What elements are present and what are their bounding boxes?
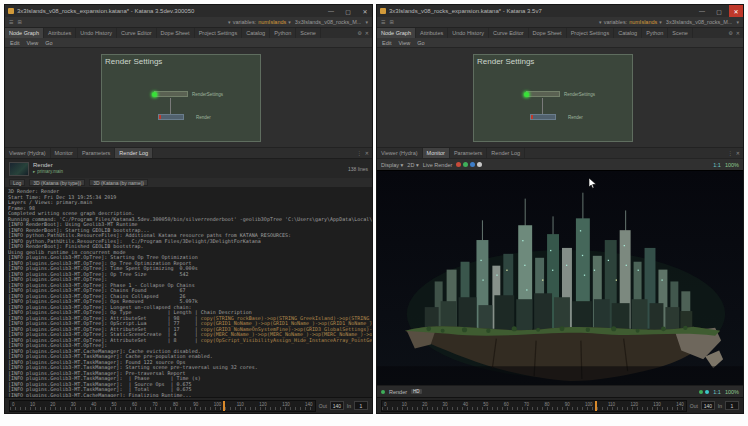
current-frame-marker[interactable]: [595, 401, 597, 411]
render-status-name: Render: [389, 389, 407, 395]
pane-menu-2[interactable]: Go: [45, 40, 52, 46]
pane-menu-0[interactable]: Edit: [382, 40, 391, 46]
project-name[interactable]: 3x3Islands_v08_rocks_M...: [295, 19, 362, 25]
bottom-tab-0[interactable]: Viewer (Hydra): [5, 148, 51, 158]
close-icon[interactable]: ✕: [736, 30, 740, 36]
in-frame-field[interactable]: 1: [725, 401, 739, 410]
render-settings-backdrop[interactable]: Render Settings RenderSettings Render: [101, 54, 261, 142]
menu-icon[interactable]: ☰: [9, 19, 13, 25]
channel-dot-icon-0[interactable]: [456, 162, 461, 167]
tab-8[interactable]: Scene: [296, 28, 321, 38]
gear-icon[interactable]: ⚙: [357, 30, 361, 36]
chevron-down-icon: ▾: [228, 19, 231, 25]
maximize-button[interactable]: ▢: [341, 5, 355, 17]
in-frame-field[interactable]: 1: [354, 401, 368, 410]
rendersettings-node[interactable]: RenderSettings: [526, 91, 560, 97]
bottom-tab-3[interactable]: Render Log: [115, 148, 153, 158]
tab-2[interactable]: Undo History: [76, 28, 117, 38]
status-zoom[interactable]: 1:1: [713, 389, 721, 395]
status-dot-icon-1[interactable]: [705, 390, 709, 394]
tab-7[interactable]: Python: [270, 28, 296, 38]
rendersettings-node[interactable]: RenderSettings: [154, 91, 188, 97]
gear-icon[interactable]: ⚙: [728, 30, 732, 36]
tab-7[interactable]: Python: [642, 28, 668, 38]
minimize-button[interactable]: —: [324, 5, 338, 17]
dots-icon[interactable]: ⋮: [357, 150, 362, 156]
status-dot-icon-0[interactable]: [699, 390, 703, 394]
tab-1[interactable]: Attributes: [416, 28, 448, 38]
log-filter-2[interactable]: 3D (Katana (by name)): [89, 179, 148, 186]
render-settings-backdrop[interactable]: Render Settings RenderSettings Render: [473, 54, 633, 142]
tab-0[interactable]: Node Graph: [377, 28, 416, 38]
close-icon[interactable]: ✕: [736, 150, 740, 156]
live-render-button[interactable]: Live Render: [423, 162, 453, 168]
timeline-track[interactable]: 0102030405060708090100110120130140: [9, 400, 316, 412]
tab-4[interactable]: Dope Sheet: [157, 28, 195, 38]
tab-8[interactable]: Scene: [668, 28, 693, 38]
variables-value[interactable]: numIslands: [629, 19, 657, 25]
render-node[interactable]: Render: [158, 114, 184, 120]
zoom-level[interactable]: 1:1: [713, 162, 721, 168]
channel-dot-icon-3[interactable]: [477, 162, 482, 167]
render-log-text[interactable]: 3D Render: RenderStart Time: Fri Dec 13 …: [5, 187, 372, 397]
tab-4[interactable]: Dope Sheet: [529, 28, 567, 38]
dots-icon[interactable]: ⋮: [728, 150, 733, 156]
tab-0[interactable]: Node Graph: [5, 28, 44, 38]
render-node[interactable]: Render: [530, 114, 556, 120]
tick-label-9: 90: [565, 401, 570, 408]
node-graph-right[interactable]: Render Settings RenderSettings Render: [377, 47, 743, 147]
tab-1[interactable]: Attributes: [44, 28, 76, 38]
active-render-dot-icon: [524, 92, 529, 97]
channel-dot-icon-1[interactable]: [463, 162, 468, 167]
close-icon[interactable]: ✕: [365, 150, 369, 156]
timeline-track[interactable]: 0102030405060708090100110120130140: [381, 400, 687, 412]
bottom-tab-3[interactable]: Render Log: [487, 148, 525, 158]
project-name[interactable]: 3x3Islands_v08_rocks_M...: [666, 19, 733, 25]
bottom-tab-2[interactable]: Parameters: [78, 148, 115, 158]
tab-3[interactable]: Curve Editor: [117, 28, 157, 38]
variables-value[interactable]: numIslands: [258, 19, 286, 25]
tab-6[interactable]: Catalog: [614, 28, 642, 38]
graph-state-variables[interactable]: ▾ variables: numIslands ▾: [228, 19, 291, 25]
bottom-tab-1[interactable]: Monitor: [423, 148, 450, 158]
pane-menu-2[interactable]: Go: [417, 40, 424, 46]
pane-menu-0[interactable]: Edit: [10, 40, 19, 46]
tab-icons: ⚙ ✕: [725, 28, 743, 38]
log-filter-0[interactable]: Log: [9, 179, 25, 186]
zoom-percent[interactable]: 100%: [725, 162, 739, 168]
close-button[interactable]: ✕: [729, 5, 743, 17]
menu-icon[interactable]: ☰: [381, 19, 385, 25]
channel-dot-icon-2[interactable]: [470, 162, 475, 167]
pane-menu-1[interactable]: View: [26, 40, 38, 46]
tab-5[interactable]: Project Settings: [567, 28, 615, 38]
layout-grid-icon[interactable]: ⊞: [17, 19, 21, 25]
layout-grid-icon[interactable]: ⊞: [389, 19, 393, 25]
tab-6[interactable]: Catalog: [242, 28, 270, 38]
out-frame-field[interactable]: 140: [701, 401, 715, 410]
graph-state-variables[interactable]: ▾ variables: numIslands ▾: [599, 19, 662, 25]
minimize-button[interactable]: —: [695, 5, 709, 17]
top-tabs-right: Node GraphAttributesUndo HistoryCurve Ed…: [377, 28, 725, 38]
bottom-tab-1[interactable]: Monitor: [51, 148, 78, 158]
titlebar-left[interactable]: 3x3Islands_v08_rocks_expansion.katana* -…: [5, 5, 372, 17]
pane-menu-1[interactable]: View: [398, 40, 410, 46]
bottom-tab-0[interactable]: Viewer (Hydra): [377, 148, 423, 158]
tab-2[interactable]: Undo History: [448, 28, 489, 38]
out-frame-field[interactable]: 140: [330, 401, 344, 410]
tick-label-14: 140: [305, 401, 313, 408]
close-button[interactable]: ✕: [358, 5, 372, 17]
titlebar-right[interactable]: 3x3Islands_v08_rocks_expansion.katana* -…: [377, 5, 743, 17]
mode-2d-dropdown[interactable]: 2D ▾: [407, 162, 418, 168]
display-dropdown[interactable]: Display ▾: [381, 162, 403, 168]
node-graph-left[interactable]: Render Settings RenderSettings Render: [5, 47, 372, 147]
log-filter-1[interactable]: 3D (Katana (by type)): [29, 179, 85, 186]
maximize-button[interactable]: ▢: [712, 5, 726, 17]
close-icon[interactable]: ✕: [365, 30, 369, 36]
bottom-tab-2[interactable]: Parameters: [450, 148, 487, 158]
tab-3[interactable]: Curve Editor: [489, 28, 529, 38]
current-frame-marker[interactable]: [223, 401, 225, 411]
render-log-entry[interactable]: Render ▸ primary.main 138 lines: [5, 158, 372, 178]
tab-5[interactable]: Project Settings: [195, 28, 243, 38]
monitor-viewport[interactable]: [377, 170, 743, 385]
tick-label-12: 120: [259, 401, 267, 408]
